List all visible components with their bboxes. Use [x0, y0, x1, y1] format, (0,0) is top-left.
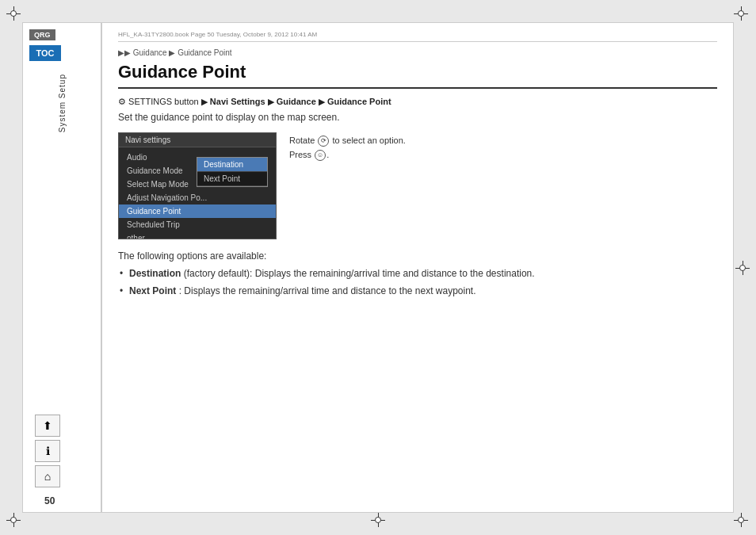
settings-step1: Navi Settings — [210, 97, 265, 106]
reg-mark-tr — [734, 6, 750, 22]
option-next-point-desc: : Displays the remaining/arrival time an… — [179, 285, 476, 296]
breadcrumb-arrow1: ▶▶ — [118, 48, 131, 57]
press-icon: ☺ — [315, 150, 326, 161]
rotate-icon: ⟳ — [318, 136, 329, 147]
option-destination-desc: (factory default): Displays the remainin… — [184, 268, 535, 279]
toc-badge[interactable]: TOC — [29, 45, 61, 61]
settings-step3: Guidance Point — [327, 97, 391, 106]
reg-mark-bl — [6, 513, 22, 529]
breadcrumb: ▶▶ Guidance ▶ Guidance Point — [118, 48, 717, 57]
breadcrumb-sep: ▶ — [169, 48, 175, 57]
settings-text-before: SETTINGS button — [128, 97, 199, 106]
qrg-badge[interactable]: QRG — [29, 29, 55, 40]
nav-icon: ⬆ — [43, 419, 52, 432]
breadcrumb-item1: Guidance — [133, 48, 167, 57]
settings-arrow3: ▶ — [319, 97, 327, 106]
two-col-layout: Navi settings Audio Guidance Mode Select… — [118, 132, 717, 239]
menu-item-guidance-point: Guidance Point — [119, 204, 276, 218]
settings-step2: Guidance — [277, 97, 316, 106]
rotate-text: Rotate — [289, 136, 315, 145]
info-icon-box[interactable]: ℹ — [35, 440, 60, 462]
page: QRG TOC System Setup ⬆ ℹ ⌂ 50 HFL_KA-31T… — [0, 0, 756, 535]
left-sidebar: QRG TOC System Setup — [22, 22, 101, 513]
instruction-rotate: Rotate ⟳ to select an option. — [289, 136, 717, 147]
inner-content: HFL_KA-31TY2800.book Page 50 Tuesday, Oc… — [102, 23, 733, 319]
option-next-point: Next Point : Displays the remaining/arri… — [118, 285, 717, 296]
select-text: to select an option. — [333, 136, 406, 145]
reg-mark-bottom — [371, 513, 385, 527]
option-destination: Destination (factory default): Displays … — [118, 268, 717, 279]
options-heading: The following options are available: — [118, 250, 717, 262]
instructions-col: Rotate ⟳ to select an option. Press ☺. — [289, 132, 717, 239]
nav-icon-box[interactable]: ⬆ — [35, 415, 60, 437]
description: Set the guidance point to display on the… — [118, 112, 717, 123]
reg-mark-tl — [6, 6, 22, 22]
menu-screenshot: Navi settings Audio Guidance Mode Select… — [118, 132, 277, 239]
settings-path: ⚙ SETTINGS button ▶ Navi Settings ▶ Guid… — [118, 97, 717, 107]
reg-mark-right — [735, 261, 750, 275]
page-title: Guidance Point — [118, 62, 717, 89]
content-area: HFL_KA-31TY2800.book Page 50 Tuesday, Oc… — [101, 22, 734, 513]
bottom-icons: ⬆ ℹ ⌂ — [35, 415, 60, 487]
settings-arrow1: ▶ — [201, 97, 210, 106]
menu-item-other: other — [119, 231, 276, 239]
settings-arrow2: ▶ — [268, 97, 277, 106]
instruction-press: Press ☺. — [289, 150, 717, 161]
press-text: Press — [289, 150, 311, 159]
page-number: 50 — [44, 495, 55, 506]
info-icon: ℹ — [46, 445, 50, 457]
menu-title-bar: Navi settings — [119, 133, 276, 147]
reg-mark-br — [734, 513, 750, 529]
home-icon: ⌂ — [44, 470, 51, 483]
menu-item-nav-poi: Adjust Navigation Po... — [119, 191, 276, 204]
option-next-point-name: Next Point — [129, 285, 176, 296]
home-icon-box[interactable]: ⌂ — [35, 465, 60, 487]
submenu-item-destination: Destination — [197, 158, 267, 172]
breadcrumb-item2: Guidance Point — [178, 48, 231, 57]
file-info: HFL_KA-31TY2800.book Page 50 Tuesday, Oc… — [118, 31, 717, 42]
option-destination-name: Destination — [129, 268, 181, 279]
settings-icon: ⚙ — [118, 97, 126, 106]
submenu-overlay: Destination Next Point — [197, 157, 268, 187]
system-setup-label: System Setup — [58, 74, 67, 132]
menu-item-scheduled-trip: Scheduled Trip — [119, 218, 276, 231]
submenu-item-next-point: Next Point — [197, 172, 267, 186]
